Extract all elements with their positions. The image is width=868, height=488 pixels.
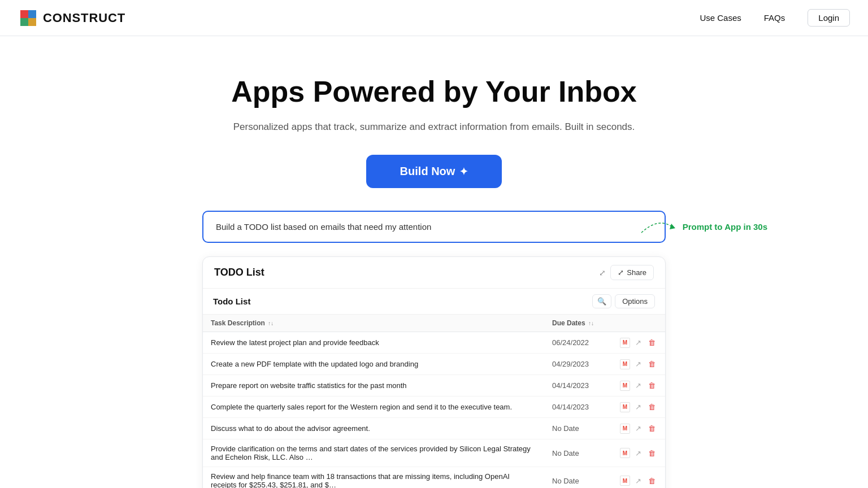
share-icon: ⤢	[618, 268, 624, 277]
delete-button[interactable]: 🗑	[646, 423, 657, 434]
delete-button[interactable]: 🗑	[646, 402, 657, 412]
gmail-icon: M	[620, 402, 630, 412]
delete-button[interactable]: 🗑	[646, 380, 657, 391]
table-row: Review the latest project plan and provi…	[203, 332, 665, 354]
delete-button[interactable]: 🗑	[646, 359, 657, 369]
col-task: Task Description ↑↓	[203, 315, 544, 332]
share-button[interactable]: ⤢ Share	[610, 265, 654, 280]
app-card: TODO List ⤢ ⤢ Share Todo List 🔍 Options	[202, 256, 666, 488]
nav-links: Use Cases FAQs Login	[700, 9, 850, 27]
app-card-header: TODO List ⤢ ⤢ Share	[203, 257, 665, 289]
svg-marker-2	[20, 18, 28, 26]
task-cell: Complete the quarterly sales report for …	[203, 396, 544, 418]
delete-button[interactable]: 🗑	[646, 476, 657, 486]
sparkle-icon: ✦	[459, 165, 468, 178]
due-date-cell: No Date	[544, 439, 612, 467]
svg-marker-0	[20, 10, 28, 18]
svg-marker-4	[670, 224, 675, 229]
hero-section: Apps Powered by Your Inbox Personalized …	[0, 36, 868, 211]
prompt-to-app-label: Prompt to App in 30s	[639, 217, 767, 237]
table-header: Task Description ↑↓ Due Dates ↑↓	[203, 315, 665, 332]
task-cell: Review the latest project plan and provi…	[203, 332, 544, 354]
nav-faqs[interactable]: FAQs	[764, 13, 785, 23]
edit-button[interactable]: ↗	[633, 337, 643, 348]
gmail-icon: M	[620, 424, 630, 434]
due-date-cell: 04/14/2023	[544, 375, 612, 396]
due-date-cell: No Date	[544, 467, 612, 488]
gmail-icon: M	[620, 359, 630, 369]
edit-button[interactable]: ↗	[633, 402, 643, 412]
share-label: Share	[627, 268, 646, 277]
due-date-cell: 04/14/2023	[544, 396, 612, 418]
gmail-icon: M	[620, 448, 630, 458]
gmail-icon: M	[620, 338, 630, 348]
table-row: Complete the quarterly sales report for …	[203, 396, 665, 418]
table-row: Review and help finance team with 18 tra…	[203, 467, 665, 488]
navbar: CONSTRUCT Use Cases FAQs Login	[0, 0, 868, 36]
build-now-label: Build Now	[400, 165, 455, 178]
task-cell: Prepare report on website traffic statis…	[203, 375, 544, 396]
prompt-text: Build a TODO list based on emails that n…	[216, 222, 431, 232]
gmail-icon: M	[620, 476, 630, 486]
due-date-cell: 04/29/2023	[544, 354, 612, 375]
svg-marker-1	[28, 10, 36, 18]
col-due: Due Dates ↑↓	[544, 315, 612, 332]
task-cell: Create a new PDF template with the updat…	[203, 354, 544, 375]
hero-title: Apps Powered by Your Inbox	[18, 76, 850, 108]
logo-link[interactable]: CONSTRUCT	[18, 8, 125, 28]
logo-icon	[18, 8, 38, 28]
table-row: Prepare report on website traffic statis…	[203, 375, 665, 396]
delete-button[interactable]: 🗑	[646, 337, 657, 348]
task-cell: Provide clarification on the terms and s…	[203, 439, 544, 467]
edit-button[interactable]: ↗	[633, 359, 643, 369]
table-toolbar-actions: 🔍 Options	[592, 294, 655, 308]
nav-login[interactable]: Login	[808, 9, 850, 27]
table-toolbar: Todo List 🔍 Options	[203, 289, 665, 315]
edit-button[interactable]: ↗	[633, 476, 643, 486]
prompt-to-app-text: Prompt to App in 30s	[683, 222, 767, 232]
hero-subtitle: Personalized apps that track, summarize …	[18, 119, 850, 134]
prompt-input[interactable]: Build a TODO list based on emails that n…	[202, 211, 666, 243]
table-row: Provide clarification on the terms and s…	[203, 439, 665, 467]
task-cell: Discuss what to do about the advisor agr…	[203, 418, 544, 439]
due-date-cell: 06/24/2022	[544, 332, 612, 354]
edit-button[interactable]: ↗	[633, 423, 643, 434]
delete-button[interactable]: 🗑	[646, 448, 657, 459]
due-date-cell: No Date	[544, 418, 612, 439]
options-button[interactable]: Options	[615, 294, 655, 308]
gmail-icon: M	[620, 381, 630, 391]
logo-text: CONSTRUCT	[43, 11, 125, 25]
todo-table-body: Review the latest project plan and provi…	[203, 332, 665, 488]
arrow-icon	[639, 217, 678, 237]
edit-button[interactable]: ↗	[633, 380, 643, 391]
col-actions-header	[612, 315, 665, 332]
todo-table: Task Description ↑↓ Due Dates ↑↓ Review …	[203, 315, 665, 488]
table-row: Discuss what to do about the advisor agr…	[203, 418, 665, 439]
svg-marker-3	[28, 18, 36, 26]
build-now-button[interactable]: Build Now ✦	[366, 155, 502, 188]
app-card-header-actions: ⤢ ⤢ Share	[599, 265, 654, 280]
search-button[interactable]: 🔍	[592, 294, 611, 308]
table-section: Todo List 🔍 Options Task Description ↑↓ …	[203, 289, 665, 488]
table-label: Todo List	[213, 297, 250, 306]
edit-button[interactable]: ↗	[633, 448, 643, 459]
app-card-title: TODO List	[214, 267, 264, 278]
expand-button[interactable]: ⤢	[599, 268, 606, 277]
table-row: Create a new PDF template with the updat…	[203, 354, 665, 375]
nav-use-cases[interactable]: Use Cases	[700, 13, 741, 23]
task-cell: Review and help finance team with 18 tra…	[203, 467, 544, 488]
